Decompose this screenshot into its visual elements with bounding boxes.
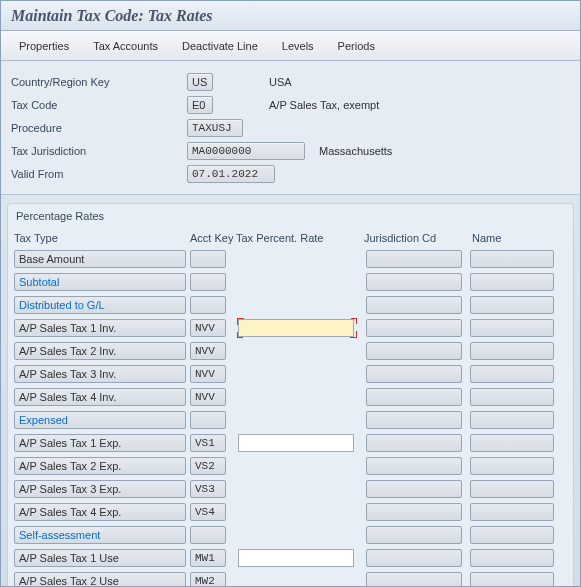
page-title: Maintain Tax Code: Tax Rates <box>1 1 580 31</box>
tax-type-value: A/P Sales Tax 1 Inv. <box>14 319 186 337</box>
name-value <box>470 365 554 383</box>
row-valid-from: Valid From 07.01.2022 <box>9 163 572 185</box>
acct-key-value <box>190 273 226 291</box>
tax-code-label: Tax Code <box>9 99 187 111</box>
name-value <box>470 319 554 337</box>
name-value <box>470 434 554 452</box>
tax-type-value[interactable]: Expensed <box>14 411 186 429</box>
name-value <box>470 250 554 268</box>
acct-key-value: VS3 <box>190 480 226 498</box>
percentage-rates-section: Percentage Rates Tax Type Acct Key Tax P… <box>7 203 574 587</box>
tax-type-value: Base Amount <box>14 250 186 268</box>
acct-key-value: VS2 <box>190 457 226 475</box>
tax-type-value: A/P Sales Tax 4 Inv. <box>14 388 186 406</box>
name-value <box>470 503 554 521</box>
table-row: A/P Sales Tax 4 Inv.NVV <box>12 386 569 408</box>
toolbar: Properties Tax Accounts Deactivate Line … <box>1 31 580 61</box>
table-row: Self-assessment <box>12 524 569 546</box>
acct-key-value <box>190 411 226 429</box>
name-value <box>470 549 554 567</box>
table-row: A/P Sales Tax 3 Exp.VS3 <box>12 478 569 500</box>
table-row: A/P Sales Tax 2 Inv.NVV <box>12 340 569 362</box>
tax-type-value[interactable]: Distributed to G/L <box>14 296 186 314</box>
table-row: A/P Sales Tax 3 Inv.NVV <box>12 363 569 385</box>
table-row: A/P Sales Tax 1 Exp.VS1 <box>12 432 569 454</box>
periods-button[interactable]: Periods <box>328 37 385 55</box>
jurisdiction-cd-value <box>366 250 462 268</box>
jurisdiction-value: MA0000000 <box>187 142 305 160</box>
row-country-key: Country/Region Key US USA <box>9 71 572 93</box>
table-row: A/P Sales Tax 1 UseMW1 <box>12 547 569 569</box>
tax-type-value: A/P Sales Tax 2 Inv. <box>14 342 186 360</box>
name-value <box>470 411 554 429</box>
acct-key-value: MW1 <box>190 549 226 567</box>
country-key-desc: USA <box>269 76 292 88</box>
jurisdiction-cd-value <box>366 342 462 360</box>
name-value <box>470 572 554 587</box>
tax-code-value: E0 <box>187 96 213 114</box>
name-value <box>470 342 554 360</box>
acct-key-value: NVV <box>190 319 226 337</box>
tax-type-value: A/P Sales Tax 3 Inv. <box>14 365 186 383</box>
tax-type-value: A/P Sales Tax 1 Use <box>14 549 186 567</box>
jurisdiction-desc: Massachusetts <box>319 145 392 157</box>
row-procedure: Procedure TAXUSJ <box>9 117 572 139</box>
name-value <box>470 480 554 498</box>
app-window: Maintain Tax Code: Tax Rates Properties … <box>0 0 581 587</box>
acct-key-value: VS4 <box>190 503 226 521</box>
name-value <box>470 457 554 475</box>
table-row: A/P Sales Tax 4 Exp.VS4 <box>12 501 569 523</box>
header-form: Country/Region Key US USA Tax Code E0 A/… <box>1 61 580 195</box>
grid-header: Tax Type Acct Key Tax Percent. Rate Juri… <box>12 228 569 248</box>
name-value <box>470 526 554 544</box>
country-key-value: US <box>187 73 213 91</box>
acct-key-value: VS1 <box>190 434 226 452</box>
country-key-label: Country/Region Key <box>9 76 187 88</box>
valid-from-label: Valid From <box>9 168 187 180</box>
col-tax-type: Tax Type <box>14 232 190 244</box>
tax-type-value[interactable]: Self-assessment <box>14 526 186 544</box>
jurisdiction-cd-value <box>366 388 462 406</box>
row-tax-code: Tax Code E0 A/P Sales Tax, exempt <box>9 94 572 116</box>
acct-key-value: NVV <box>190 342 226 360</box>
page-title-text: Maintain Tax Code: Tax Rates <box>11 7 213 25</box>
jurisdiction-label: Tax Jurisdiction <box>9 145 187 157</box>
jurisdiction-cd-value <box>366 411 462 429</box>
deactivate-line-button[interactable]: Deactivate Line <box>172 37 268 55</box>
tax-code-desc: A/P Sales Tax, exempt <box>269 99 379 111</box>
properties-button[interactable]: Properties <box>9 37 79 55</box>
jurisdiction-cd-value <box>366 549 462 567</box>
tax-type-value: A/P Sales Tax 3 Exp. <box>14 480 186 498</box>
acct-key-value: NVV <box>190 388 226 406</box>
tax-percent-rate-input[interactable] <box>238 434 354 452</box>
acct-key-value: MW2 <box>190 572 226 587</box>
col-jurisdiction: Jurisdiction Cd <box>364 232 472 244</box>
table-row: A/P Sales Tax 2 Exp.VS2 <box>12 455 569 477</box>
name-value <box>470 388 554 406</box>
jurisdiction-cd-value <box>366 572 462 587</box>
levels-button[interactable]: Levels <box>272 37 324 55</box>
acct-key-value: NVV <box>190 365 226 383</box>
table-row: Subtotal <box>12 271 569 293</box>
jurisdiction-cd-value <box>366 457 462 475</box>
tax-type-value[interactable]: Subtotal <box>14 273 186 291</box>
jurisdiction-cd-value <box>366 526 462 544</box>
section-title: Percentage Rates <box>12 208 569 228</box>
name-value <box>470 273 554 291</box>
acct-key-value <box>190 526 226 544</box>
tax-percent-rate-input[interactable] <box>238 549 354 567</box>
row-jurisdiction: Tax Jurisdiction MA0000000 Massachusetts <box>9 140 572 162</box>
tax-percent-rate-input[interactable] <box>238 319 354 337</box>
table-row: Distributed to G/L <box>12 294 569 316</box>
name-value <box>470 296 554 314</box>
acct-key-value <box>190 296 226 314</box>
table-row: A/P Sales Tax 2 UseMW2 <box>12 570 569 587</box>
table-row: Expensed <box>12 409 569 431</box>
tax-type-value: A/P Sales Tax 4 Exp. <box>14 503 186 521</box>
jurisdiction-cd-value <box>366 273 462 291</box>
tax-accounts-button[interactable]: Tax Accounts <box>83 37 168 55</box>
jurisdiction-cd-value <box>366 365 462 383</box>
jurisdiction-cd-value <box>366 319 462 337</box>
col-percent-rate: Tax Percent. Rate <box>236 232 364 244</box>
procedure-value: TAXUSJ <box>187 119 243 137</box>
